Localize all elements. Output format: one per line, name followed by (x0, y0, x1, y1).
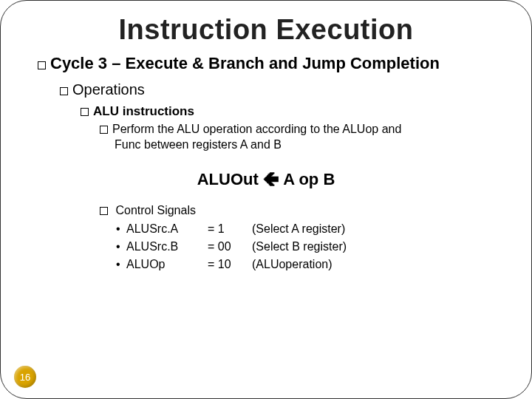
signal-name: ALUSrc.A (126, 220, 208, 238)
signal-desc: (Select B register) (252, 238, 505, 256)
signal-name: ALUSrc.B (126, 238, 208, 256)
control-signals-label: Control Signals (112, 204, 196, 216)
operations-line: Operations (60, 81, 505, 99)
perform-line-1: Perform the ALU operation according to t… (100, 122, 505, 137)
signal-row: ALUSrc.A = 1 (Select A register) (116, 220, 505, 238)
cycle-line: Cycle 3 – Execute & Branch and Jump Comp… (38, 53, 505, 75)
expr-lhs: ALUOut (197, 170, 263, 188)
signal-row: ALUOp = 10 (ALUoperation) (116, 256, 505, 273)
signal-value: = 1 (208, 220, 252, 238)
control-signals-block: Control Signals ALUSrc.A = 1 (Select A r… (100, 204, 505, 273)
square-bullet-icon (100, 126, 108, 134)
page-number-badge: 16 (14, 366, 36, 388)
perform-text-1: Perform the ALU operation according to t… (112, 123, 401, 135)
signal-value: = 10 (208, 256, 252, 273)
bullet-dot-icon (116, 220, 126, 238)
alu-instructions-line: ALU instructions (81, 103, 505, 119)
alu-expression: ALUOut 🡸 A op B (27, 170, 505, 189)
expr-rhs: A op B (279, 170, 335, 188)
square-bullet-icon (81, 108, 89, 116)
signal-desc: (Select A register) (252, 220, 505, 238)
page-number: 16 (20, 372, 30, 383)
square-bullet-icon (100, 207, 108, 215)
perform-line-2: Func between registers A and B (115, 137, 505, 153)
cycle-bold: Cycle 3 (50, 54, 107, 72)
signal-row: ALUSrc.B = 00 (Select B register) (116, 238, 505, 256)
cycle-rest: – Execute & Branch and Jump Completion (107, 54, 440, 72)
signal-value: = 00 (208, 238, 252, 256)
operations-label: Operations (72, 81, 145, 98)
control-signals-heading: Control Signals (100, 204, 505, 217)
signal-name: ALUOp (126, 256, 208, 273)
bullet-dot-icon (116, 256, 126, 273)
slide: Instruction Execution Cycle 3 – Execute … (0, 0, 532, 399)
alu-instructions-label: ALU instructions (93, 104, 194, 118)
square-bullet-icon (60, 87, 68, 95)
left-arrow-icon: 🡸 (263, 170, 279, 188)
bullet-dot-icon (116, 238, 126, 256)
signal-desc: (ALUoperation) (252, 256, 505, 273)
slide-title: Instruction Execution (27, 14, 505, 46)
square-bullet-icon (38, 61, 46, 69)
